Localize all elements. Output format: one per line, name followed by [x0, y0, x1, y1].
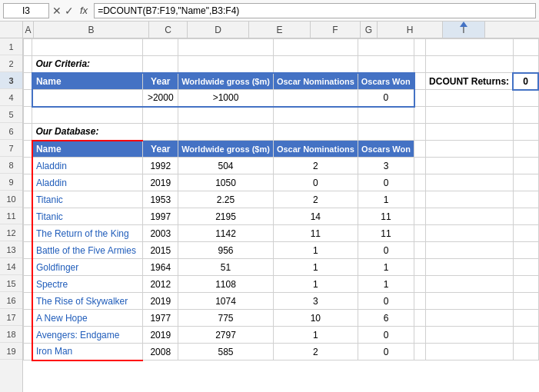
- f4-won-val[interactable]: 0: [358, 90, 414, 107]
- confirm-icon[interactable]: ✓: [65, 5, 74, 17]
- d19[interactable]: 585: [178, 344, 274, 360]
- a7[interactable]: [24, 141, 32, 158]
- i7[interactable]: [513, 141, 538, 158]
- c1[interactable]: [143, 39, 178, 56]
- i3-dcount-value[interactable]: 0: [513, 73, 538, 90]
- a2[interactable]: [24, 56, 32, 73]
- a1[interactable]: [24, 39, 32, 56]
- f6[interactable]: [358, 124, 414, 141]
- g11[interactable]: [414, 208, 426, 225]
- i6[interactable]: [513, 124, 538, 141]
- col-header-b[interactable]: B: [34, 22, 149, 38]
- c2[interactable]: [143, 56, 178, 73]
- c9[interactable]: 2019: [143, 174, 178, 191]
- f5[interactable]: [358, 107, 414, 124]
- h4[interactable]: [426, 90, 514, 107]
- g4[interactable]: [414, 90, 426, 107]
- a5[interactable]: [24, 107, 32, 124]
- e11[interactable]: 14: [273, 208, 358, 225]
- h12[interactable]: [426, 225, 514, 242]
- b16[interactable]: The Rise of Skywalker: [32, 293, 143, 310]
- h18[interactable]: [426, 327, 514, 344]
- d17[interactable]: 775: [178, 310, 274, 327]
- h14[interactable]: [426, 259, 514, 276]
- g16[interactable]: [414, 293, 426, 310]
- i5[interactable]: [513, 107, 538, 124]
- b13[interactable]: Battle of the Five Armies: [32, 242, 143, 259]
- d15[interactable]: 1108: [178, 276, 274, 293]
- f17[interactable]: 6: [358, 310, 414, 327]
- d18[interactable]: 2797: [178, 327, 274, 344]
- h6[interactable]: [426, 124, 514, 141]
- d14[interactable]: 51: [178, 259, 274, 276]
- cell-reference[interactable]: I3: [3, 3, 49, 18]
- d3-gross-header[interactable]: Worldwide gross ($m): [178, 73, 274, 90]
- a10[interactable]: [24, 191, 32, 208]
- f19[interactable]: 0: [358, 344, 414, 360]
- h7[interactable]: [426, 141, 514, 158]
- b19[interactable]: Iron Man: [32, 344, 143, 360]
- g18[interactable]: [414, 327, 426, 344]
- a19[interactable]: [24, 344, 32, 360]
- a14[interactable]: [24, 259, 32, 276]
- g17[interactable]: [414, 310, 426, 327]
- b9[interactable]: Aladdin: [32, 174, 143, 191]
- b15[interactable]: Spectre: [32, 276, 143, 293]
- g7[interactable]: [414, 141, 426, 158]
- e15[interactable]: 1: [273, 276, 358, 293]
- f9[interactable]: 0: [358, 174, 414, 191]
- b8[interactable]: Aladdin: [32, 158, 143, 174]
- d6[interactable]: [178, 124, 274, 141]
- c7-db-year-header[interactable]: Year: [143, 141, 178, 158]
- e13[interactable]: 1: [273, 242, 358, 259]
- h16[interactable]: [426, 293, 514, 310]
- c4-year-val[interactable]: >2000: [143, 90, 178, 107]
- a11[interactable]: [24, 208, 32, 225]
- a9[interactable]: [24, 174, 32, 191]
- c10[interactable]: 1953: [143, 191, 178, 208]
- f1[interactable]: [358, 39, 414, 56]
- e17[interactable]: 10: [273, 310, 358, 327]
- g3[interactable]: [414, 73, 426, 90]
- c15[interactable]: 2012: [143, 276, 178, 293]
- b5[interactable]: [32, 107, 143, 124]
- b10[interactable]: Titanic: [32, 191, 143, 208]
- a4[interactable]: [24, 90, 32, 107]
- col-header-e[interactable]: E: [249, 22, 311, 38]
- b17[interactable]: A New Hope: [32, 310, 143, 327]
- g15[interactable]: [414, 276, 426, 293]
- i14[interactable]: [513, 259, 538, 276]
- c5[interactable]: [143, 107, 178, 124]
- a6[interactable]: [24, 124, 32, 141]
- cancel-icon[interactable]: ✕: [52, 5, 62, 17]
- g10[interactable]: [414, 191, 426, 208]
- a8[interactable]: [24, 158, 32, 174]
- e12[interactable]: 11: [273, 225, 358, 242]
- i15[interactable]: [513, 276, 538, 293]
- h17[interactable]: [426, 310, 514, 327]
- b4-name-val[interactable]: [32, 90, 143, 107]
- i1[interactable]: [513, 39, 538, 56]
- e16[interactable]: 3: [273, 293, 358, 310]
- f8[interactable]: 3: [358, 158, 414, 174]
- g8[interactable]: [414, 158, 426, 174]
- h2[interactable]: [426, 56, 514, 73]
- col-header-i[interactable]: I: [443, 22, 485, 38]
- e14[interactable]: 1: [273, 259, 358, 276]
- i2[interactable]: [513, 56, 538, 73]
- b12[interactable]: The Return of the King: [32, 225, 143, 242]
- g2[interactable]: [414, 56, 426, 73]
- g9[interactable]: [414, 174, 426, 191]
- d5[interactable]: [178, 107, 274, 124]
- e9[interactable]: 0: [273, 174, 358, 191]
- d7-db-gross-header[interactable]: Worldwide gross ($m): [178, 141, 274, 158]
- col-header-d[interactable]: D: [188, 22, 249, 38]
- h10[interactable]: [426, 191, 514, 208]
- d2[interactable]: [178, 56, 274, 73]
- col-header-g[interactable]: G: [361, 22, 378, 38]
- col-header-f[interactable]: F: [311, 22, 361, 38]
- e7-db-nom-header[interactable]: Oscar Nominations: [273, 141, 358, 158]
- f16[interactable]: 0: [358, 293, 414, 310]
- a16[interactable]: [24, 293, 32, 310]
- h19[interactable]: [426, 344, 514, 360]
